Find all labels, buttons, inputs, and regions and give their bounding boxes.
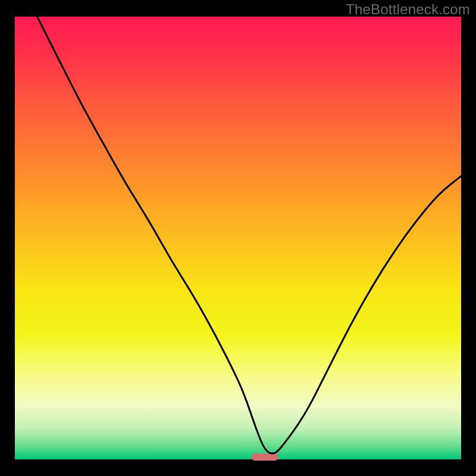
watermark-text: TheBottleneck.com <box>346 1 470 18</box>
bottleneck-chart <box>0 0 476 476</box>
chart-frame: TheBottleneck.com <box>0 0 476 476</box>
chart-plot-area <box>15 17 461 459</box>
optimal-zone-marker <box>252 453 278 461</box>
